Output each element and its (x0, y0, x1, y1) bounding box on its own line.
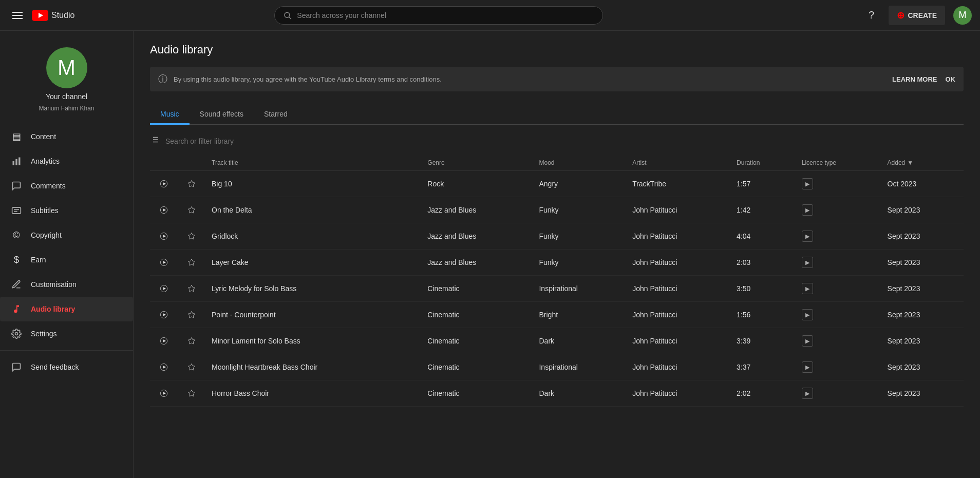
svg-marker-40 (188, 364, 195, 370)
mood-cell: Dark (533, 380, 626, 407)
sidebar-item-label: Earn (31, 256, 46, 264)
svg-marker-39 (163, 366, 166, 368)
duration-cell: 1:42 (730, 197, 796, 223)
added-cell: Sept 2023 (881, 380, 964, 407)
customisation-icon (10, 278, 23, 291)
search-input[interactable] (297, 11, 594, 20)
sidebar-item-customisation[interactable]: Customisation (0, 272, 133, 297)
artist-cell: John Patitucci (626, 354, 730, 380)
track-title-cell: Minor Lament for Solo Bass (205, 328, 421, 354)
sidebar-item-copyright[interactable]: © Copyright (0, 223, 133, 247)
play-button[interactable] (156, 307, 172, 322)
licence-actions: ▶ (802, 388, 875, 399)
star-button[interactable] (184, 386, 199, 401)
topbar-left: Studio (8, 8, 142, 23)
play-button[interactable] (156, 176, 172, 192)
ok-button[interactable]: OK (946, 75, 956, 83)
info-actions: LEARN MORE OK (892, 75, 955, 83)
star-button[interactable] (184, 359, 199, 375)
licence-type-cell: ▶ (796, 223, 881, 250)
genre-cell: Rock (421, 171, 533, 197)
sidebar-item-content[interactable]: ▤ Content (0, 124, 133, 149)
svg-line-3 (289, 16, 291, 18)
play-button[interactable] (156, 255, 172, 270)
comments-icon (10, 180, 23, 192)
sidebar-item-subtitles[interactable]: Subtitles (0, 198, 133, 223)
sidebar-item-audio-library[interactable]: Audio library (0, 297, 133, 321)
svg-rect-5 (15, 159, 17, 165)
table-row: Moonlight Heartbreak Bass Choir Cinemati… (150, 354, 964, 380)
th-track-title: Track title (205, 155, 421, 171)
svg-marker-31 (188, 285, 195, 292)
th-artist: Artist (626, 155, 730, 171)
sidebar-item-send-feedback[interactable]: Send feedback (0, 355, 133, 379)
added-cell: Sept 2023 (881, 197, 964, 223)
svg-marker-22 (188, 206, 195, 213)
track-title-cell: Point - Counterpoint (205, 302, 421, 328)
sidebar-item-label: Comments (31, 182, 66, 190)
info-icon: ⓘ (158, 73, 167, 85)
duration-cell: 1:56 (730, 302, 796, 328)
tab-music[interactable]: Music (150, 104, 190, 125)
licence-type-cell: ▶ (796, 171, 881, 197)
svg-marker-37 (188, 337, 195, 344)
tab-starred[interactable]: Starred (254, 104, 298, 125)
play-button[interactable] (156, 359, 172, 375)
topbar-right: ? ⊕ CREATE M (862, 6, 972, 25)
star-button[interactable] (184, 255, 199, 270)
sidebar-item-label: Customisation (31, 280, 77, 289)
genre-cell: Cinematic (421, 328, 533, 354)
channel-avatar[interactable]: M (46, 47, 87, 88)
play-cell (150, 223, 178, 250)
tabs: Music Sound effects Starred (150, 104, 964, 125)
filter-input[interactable] (165, 137, 964, 145)
star-button[interactable] (184, 202, 199, 218)
star-button[interactable] (184, 176, 199, 192)
sidebar-item-analytics[interactable]: Analytics (0, 149, 133, 174)
mood-cell: Inspirational (533, 354, 626, 380)
play-button[interactable] (156, 386, 172, 401)
play-button[interactable] (156, 281, 172, 296)
play-button[interactable] (156, 228, 172, 244)
logo[interactable]: Studio (32, 10, 74, 21)
track-title-cell: Horror Bass Choir (205, 380, 421, 407)
svg-marker-36 (163, 339, 166, 342)
create-icon: ⊕ (897, 10, 904, 21)
artist-cell: John Patitucci (626, 250, 730, 276)
sidebar-item-earn[interactable]: $ Earn (0, 247, 133, 272)
hamburger-menu[interactable] (8, 8, 27, 23)
star-button[interactable] (184, 333, 199, 349)
licence-actions: ▶ (802, 204, 875, 216)
play-cell (150, 250, 178, 276)
licence-badge: ▶ (802, 231, 813, 242)
sidebar-item-settings[interactable]: Settings (0, 321, 133, 346)
svg-rect-7 (12, 207, 21, 214)
earn-icon: $ (10, 254, 23, 266)
learn-more-link[interactable]: LEARN MORE (892, 75, 937, 83)
svg-rect-4 (13, 161, 14, 165)
svg-marker-33 (163, 313, 166, 316)
star-button[interactable] (184, 307, 199, 322)
star-button[interactable] (184, 281, 199, 296)
create-button[interactable]: ⊕ CREATE (889, 6, 945, 25)
star-cell (178, 354, 205, 380)
sidebar-item-comments[interactable]: Comments (0, 174, 133, 198)
info-text: By using this audio library, you agree w… (174, 75, 886, 83)
genre-cell: Cinematic (421, 380, 533, 407)
avatar[interactable]: M (953, 6, 972, 25)
added-sort-header[interactable]: Added ▼ (888, 159, 957, 166)
licence-type-cell: ▶ (796, 302, 881, 328)
play-button[interactable] (156, 202, 172, 218)
licence-badge: ▶ (802, 283, 813, 294)
licence-actions: ▶ (802, 361, 875, 373)
play-button[interactable] (156, 333, 172, 349)
artist-cell: John Patitucci (626, 197, 730, 223)
help-button[interactable]: ? (862, 6, 880, 25)
mood-cell: Funky (533, 197, 626, 223)
search-icon (283, 11, 292, 20)
licence-badge: ▶ (802, 204, 813, 216)
licence-type-cell: ▶ (796, 197, 881, 223)
svg-point-2 (285, 12, 290, 17)
tab-sound-effects[interactable]: Sound effects (190, 104, 254, 125)
star-button[interactable] (184, 228, 199, 244)
